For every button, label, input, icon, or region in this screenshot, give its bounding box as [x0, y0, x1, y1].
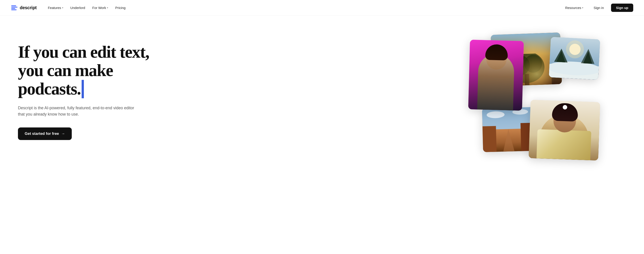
- hero-image-person-pink: [468, 40, 524, 111]
- nav-link-features[interactable]: Features ▾: [44, 4, 66, 12]
- features-chevron-icon: ▾: [62, 7, 63, 9]
- hero-image-woman: [529, 100, 600, 161]
- hero-headline: If you can edit text, you can make podca…: [18, 43, 170, 98]
- nav-left: descript Features ▾ Underlord For Work ▾…: [11, 4, 129, 12]
- sign-up-button[interactable]: Sign up: [611, 4, 633, 12]
- nav-link-resources[interactable]: Resources ▾: [562, 4, 586, 12]
- resources-chevron-icon: ▾: [582, 7, 583, 9]
- logo[interactable]: descript: [11, 4, 36, 12]
- svg-rect-3: [11, 10, 16, 10]
- svg-rect-1: [11, 7, 18, 8]
- nav-link-underlord[interactable]: Underlord: [67, 4, 88, 12]
- svg-rect-2: [11, 8, 15, 9]
- for-work-chevron-icon: ▾: [107, 7, 108, 9]
- hero-section: If you can edit text, you can make podca…: [0, 16, 644, 254]
- svg-rect-0: [11, 6, 16, 6]
- nav-link-pricing[interactable]: Pricing: [112, 4, 129, 12]
- hero-image-collage: [464, 32, 626, 162]
- sign-in-button[interactable]: Sign in: [590, 4, 608, 12]
- nav-links: Features ▾ Underlord For Work ▾ Pricing: [44, 4, 128, 12]
- cursor-bar: [82, 80, 84, 98]
- get-started-button[interactable]: Get started for free →: [18, 127, 72, 140]
- nav-right: Resources ▾ Sign in Sign up: [562, 4, 633, 12]
- logo-text: descript: [20, 5, 36, 10]
- hero-image-winter: [549, 37, 600, 80]
- hero-image-desert: [482, 107, 534, 152]
- hero-content: If you can edit text, you can make podca…: [18, 34, 170, 140]
- nav-link-for-work[interactable]: For Work ▾: [89, 4, 111, 12]
- svg-rect-22: [482, 126, 497, 152]
- navigation: descript Features ▾ Underlord For Work ▾…: [0, 0, 644, 16]
- descript-logo-icon: [11, 4, 18, 12]
- arrow-icon: →: [61, 131, 65, 136]
- hero-subtitle: Descript is the AI-powered, fully featur…: [18, 105, 134, 118]
